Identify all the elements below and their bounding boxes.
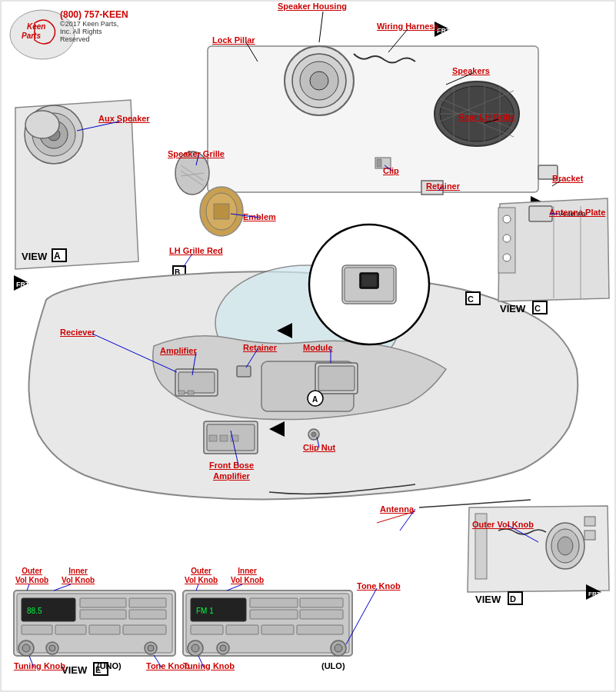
label-inner-vol-knob-1[interactable]: Inner Vol Knob — [62, 566, 95, 584]
svg-point-107 — [22, 644, 30, 652]
svg-rect-48 — [178, 372, 215, 393]
label-reciever-bot[interactable]: Antenna — [380, 504, 414, 514]
svg-text:FRT: FRT — [16, 281, 30, 288]
svg-rect-120 — [300, 598, 343, 607]
label-wiring-harness[interactable]: Wiring Harness — [377, 22, 439, 31]
label-outer-vol-knob-2[interactable]: Outer Vol Knob — [185, 566, 218, 584]
svg-text:A: A — [54, 251, 61, 261]
svg-rect-56 — [209, 435, 217, 441]
svg-rect-123 — [191, 625, 223, 634]
svg-text:C: C — [534, 304, 541, 313]
svg-point-86 — [558, 537, 573, 555]
svg-point-130 — [220, 645, 226, 651]
logo-copyright: ©2017 Keen Parts, Inc. All Rights Reserv… — [60, 20, 129, 43]
label-uno: (UNO) — [97, 661, 122, 670]
svg-point-75 — [503, 254, 511, 261]
logo-area: (800) 757-KEEN ©2017 Keen Parts, Inc. Al… — [6, 6, 129, 43]
svg-point-74 — [503, 235, 511, 242]
svg-rect-58 — [231, 435, 238, 441]
diagram-container: Keen Parts — [0, 0, 616, 692]
label-antenna[interactable]: Outer Vol Knob — [472, 520, 534, 529]
label-retainer-mid[interactable]: Retainer — [243, 343, 277, 352]
svg-text:A: A — [312, 395, 318, 404]
svg-rect-98 — [80, 598, 126, 607]
svg-rect-50 — [188, 391, 194, 394]
svg-rect-101 — [129, 610, 166, 619]
svg-point-109 — [49, 645, 55, 651]
label-speaker-housing[interactable]: Speaker Housing — [278, 2, 347, 11]
label-outer-vol-knob-1[interactable]: Outer Vol Knob — [15, 566, 48, 584]
logo-phone: (800) 757-KEEN — [60, 9, 129, 20]
label-bracket[interactable]: Bracket — [552, 174, 583, 183]
label-antenna-plate[interactable]: Antenna Plate — [549, 208, 605, 217]
label-emblem[interactable]: Emblem — [243, 212, 276, 221]
svg-rect-99 — [129, 598, 166, 607]
svg-text:VIEW: VIEW — [500, 303, 526, 314]
svg-point-132 — [335, 644, 342, 652]
svg-rect-105 — [123, 625, 166, 634]
svg-rect-126 — [297, 625, 343, 634]
label-front-bose-amp[interactable]: Front Bose Amplifier — [209, 460, 254, 481]
label-module[interactable]: Module — [303, 343, 333, 352]
svg-rect-119 — [250, 598, 298, 607]
svg-rect-124 — [226, 625, 258, 634]
svg-text:FM  1: FM 1 — [196, 607, 214, 615]
label-inner-vol-knob-2[interactable]: Inner Vol Knob — [231, 566, 264, 584]
label-amplifier[interactable]: Amplifier — [160, 346, 197, 355]
svg-text:VIEW: VIEW — [475, 594, 501, 605]
label-reciever-top[interactable]: Reciever — [60, 328, 95, 337]
label-tuning-knob-1[interactable]: Tuning Knob — [14, 661, 65, 670]
svg-rect-69 — [361, 274, 377, 287]
svg-rect-121 — [250, 610, 298, 619]
svg-point-8 — [310, 72, 328, 90]
svg-rect-53 — [318, 366, 355, 391]
svg-rect-102 — [22, 625, 52, 634]
label-clip[interactable]: Clip — [383, 166, 399, 175]
svg-rect-104 — [89, 625, 120, 634]
svg-rect-125 — [261, 625, 294, 634]
svg-text:VIEW: VIEW — [62, 664, 88, 676]
svg-point-111 — [148, 645, 154, 651]
svg-rect-103 — [55, 625, 86, 634]
svg-text:C: C — [468, 294, 474, 304]
label-speakers[interactable]: Speakers — [452, 66, 490, 75]
svg-rect-20 — [377, 159, 381, 167]
label-clip-nut[interactable]: Clip Nut — [303, 443, 335, 452]
svg-rect-122 — [300, 610, 343, 619]
label-rear-lh-grille[interactable]: Rear LH Grille — [458, 112, 514, 121]
svg-text:FRT: FRT — [588, 591, 601, 597]
svg-text:VIEW: VIEW — [22, 251, 48, 262]
svg-rect-51 — [237, 366, 251, 377]
svg-text:D: D — [510, 594, 516, 604]
label-lock-pillar[interactable]: Lock Pillar — [212, 35, 255, 45]
label-tuning-knob-2[interactable]: Tuning Knob — [183, 661, 235, 670]
svg-point-27 — [25, 111, 59, 138]
svg-rect-57 — [220, 435, 228, 441]
label-lh-grille-red[interactable]: LH Grille Red — [169, 246, 223, 255]
label-tone-knob-bot[interactable]: Tone Knob — [357, 581, 401, 591]
svg-point-60 — [311, 432, 316, 437]
label-speaker-grille[interactable]: Speaker Grille — [168, 149, 225, 158]
svg-text:88.5: 88.5 — [27, 607, 42, 615]
svg-point-73 — [503, 215, 511, 223]
svg-rect-49 — [178, 391, 185, 394]
svg-point-128 — [191, 644, 199, 652]
svg-rect-88 — [584, 531, 595, 540]
label-retainer-top[interactable]: Retainer — [426, 181, 460, 191]
label-aux-speaker[interactable]: Aux Speaker — [98, 114, 150, 123]
label-ulo: (ULO) — [321, 661, 345, 670]
svg-rect-100 — [80, 610, 126, 619]
svg-rect-87 — [584, 517, 595, 526]
